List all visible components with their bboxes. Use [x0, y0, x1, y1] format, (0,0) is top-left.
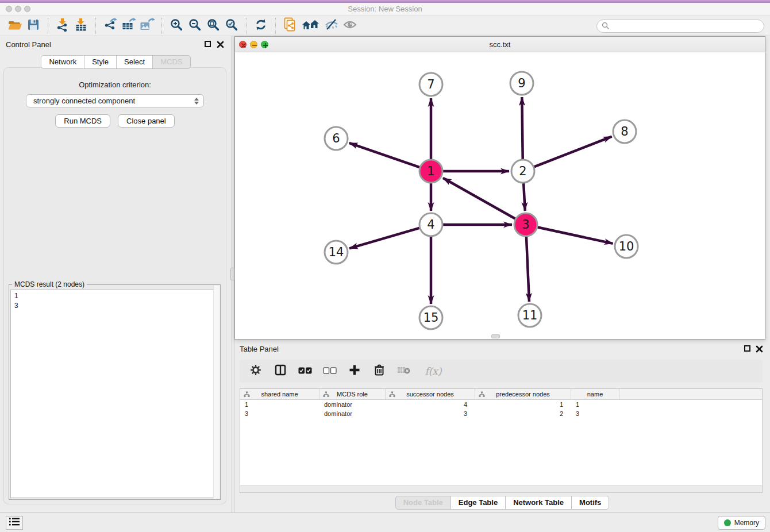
- main-toolbar: [0, 16, 770, 36]
- checked-boxes-icon: [298, 366, 312, 376]
- network-window-titlebar[interactable]: scc.txt: [235, 37, 765, 52]
- select-all-button[interactable]: [297, 363, 313, 380]
- edge-1-6[interactable]: [349, 143, 419, 167]
- export-network-button[interactable]: [101, 17, 120, 34]
- edge-4-14[interactable]: [349, 228, 419, 248]
- zoom-in-button[interactable]: [167, 17, 186, 34]
- column-header-successor-nodes[interactable]: successor nodes: [386, 389, 475, 399]
- zoom-out-button[interactable]: [186, 17, 204, 34]
- close-panel-button[interactable]: Close panel: [118, 114, 175, 128]
- column-header-label: predecessor nodes: [496, 391, 550, 398]
- edge-3-1[interactable]: [443, 178, 515, 219]
- node-14[interactable]: 14: [325, 241, 348, 264]
- table-cell[interactable]: dominator: [319, 400, 386, 409]
- node-8[interactable]: 8: [613, 120, 636, 143]
- edge-2-9[interactable]: [522, 97, 522, 159]
- tab-style[interactable]: Style: [84, 55, 117, 69]
- table-cell[interactable]: 3: [571, 409, 619, 418]
- result-scrollbar[interactable]: [213, 286, 220, 499]
- zoom-fit-button[interactable]: [204, 17, 222, 34]
- export-table-button[interactable]: [120, 17, 138, 34]
- import-table-button[interactable]: [72, 17, 90, 34]
- tab-network[interactable]: Network: [41, 55, 84, 69]
- network-canvas[interactable]: 7968124314101511: [235, 52, 765, 339]
- houses-icon: [301, 18, 321, 34]
- hide-selected-button[interactable]: [322, 17, 341, 34]
- canvas-hscroll-handle[interactable]: [491, 334, 500, 338]
- tab-select[interactable]: Select: [116, 55, 153, 69]
- node-7[interactable]: 7: [419, 73, 442, 96]
- memory-button[interactable]: Memory: [718, 516, 765, 530]
- save-session-button[interactable]: [24, 17, 43, 34]
- node-9[interactable]: 9: [510, 72, 533, 95]
- new-network-from-selection-button[interactable]: [281, 17, 299, 34]
- first-neighbors-button[interactable]: [299, 17, 322, 34]
- table-settings-button[interactable]: [248, 363, 264, 380]
- edge-2-8[interactable]: [534, 137, 612, 167]
- node-2[interactable]: 2: [511, 160, 534, 183]
- network-document-icon: [283, 17, 298, 34]
- import-network-button[interactable]: [53, 17, 72, 34]
- edge-3-10[interactable]: [538, 227, 613, 243]
- tab-edge-table[interactable]: Edge Table: [451, 496, 506, 510]
- show-all-button[interactable]: [341, 17, 359, 34]
- node-3[interactable]: 3: [514, 213, 537, 236]
- search-input[interactable]: [613, 21, 759, 31]
- table-row[interactable]: 1dominator411: [240, 400, 762, 409]
- edge-2-3[interactable]: [523, 183, 525, 211]
- open-folder-icon: [7, 18, 22, 34]
- svg-text:15: 15: [424, 311, 439, 325]
- tab-mcds[interactable]: MCDS: [152, 55, 190, 69]
- column-header-predecessor-nodes[interactable]: predecessor nodes: [475, 389, 571, 399]
- column-header-name[interactable]: name: [571, 389, 619, 399]
- task-history-button[interactable]: [6, 516, 23, 530]
- show-column-button[interactable]: [272, 363, 288, 380]
- table-cell[interactable]: 3: [240, 409, 319, 418]
- run-mcds-button[interactable]: Run MCDS: [55, 114, 110, 128]
- table-row[interactable]: 3dominator323: [240, 409, 762, 418]
- table-cell[interactable]: 4: [386, 400, 475, 409]
- close-table-panel-icon[interactable]: [756, 345, 763, 352]
- export-table-icon: [121, 18, 136, 34]
- tab-network-table[interactable]: Network Table: [505, 496, 572, 510]
- node-6[interactable]: 6: [325, 127, 348, 150]
- criterion-select[interactable]: strongly connected component: [26, 94, 204, 107]
- table-cell[interactable]: 2: [475, 409, 571, 418]
- add-column-button[interactable]: [346, 363, 363, 380]
- float-table-panel-icon[interactable]: [744, 345, 750, 352]
- node-4[interactable]: 4: [419, 213, 442, 236]
- table-cell[interactable]: 1: [240, 400, 319, 409]
- table-cell[interactable]: dominator: [319, 409, 386, 418]
- column-header-mcds-role[interactable]: MCDS role: [319, 389, 386, 399]
- table-cell[interactable]: 3: [386, 409, 475, 418]
- edge-3-11[interactable]: [526, 237, 529, 302]
- zoom-selected-button[interactable]: [222, 17, 241, 34]
- close-panel-icon[interactable]: [217, 40, 224, 48]
- float-panel-icon[interactable]: [205, 41, 211, 47]
- attribute-tree-icon: [244, 391, 250, 399]
- graph-svg: 7968124314101511: [235, 52, 765, 340]
- mcds-result-group: MCDS result (2 nodes) 1 3: [9, 284, 221, 500]
- column-header-shared-name[interactable]: shared name: [240, 389, 319, 399]
- table-hscroll-track[interactable]: [240, 485, 762, 492]
- status-bar: Memory: [0, 512, 770, 532]
- table-cell[interactable]: 1: [571, 400, 619, 409]
- mcds-result-text[interactable]: 1 3: [10, 290, 219, 498]
- node-15[interactable]: 15: [419, 306, 442, 329]
- deselect-all-button[interactable]: [322, 363, 338, 380]
- node-10[interactable]: 10: [615, 235, 638, 258]
- table-cell[interactable]: 1: [475, 400, 571, 409]
- control-panel: Control Panel NetworkStyleSelectMCDS Opt…: [0, 36, 232, 512]
- node-11[interactable]: 11: [518, 304, 541, 327]
- function-builder-button[interactable]: f(x): [421, 363, 446, 380]
- tab-motifs[interactable]: Motifs: [571, 496, 609, 510]
- delete-table-button[interactable]: [396, 363, 412, 380]
- node-1[interactable]: 1: [419, 160, 442, 183]
- export-image-button[interactable]: [138, 17, 156, 34]
- apply-layout-button[interactable]: [252, 17, 270, 34]
- open-session-button[interactable]: [6, 17, 24, 34]
- delete-column-button[interactable]: [371, 363, 387, 380]
- tab-node-table[interactable]: Node Table: [395, 496, 451, 510]
- window-title: Session: New Session: [0, 5, 770, 13]
- toolbar-search-field[interactable]: [596, 20, 764, 33]
